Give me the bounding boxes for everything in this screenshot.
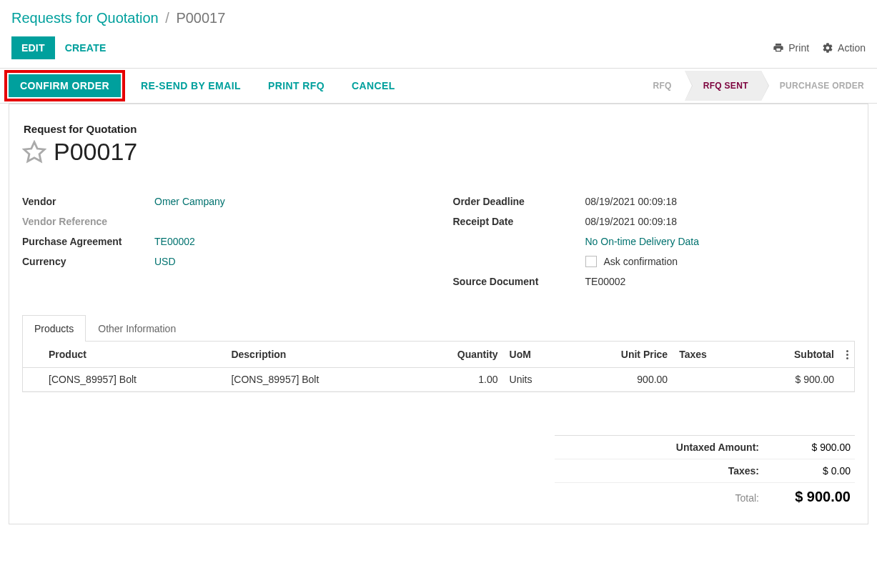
print-menu[interactable]: Print bbox=[773, 42, 809, 54]
resend-email-button[interactable]: RE-SEND BY EMAIL bbox=[129, 74, 252, 97]
cell-product: [CONS_89957] Bolt bbox=[43, 368, 225, 392]
table-row[interactable]: [CONS_89957] Bolt [CONS_89957] Bolt 1.00… bbox=[23, 368, 854, 392]
taxes-total-label: Taxes: bbox=[728, 465, 759, 477]
untaxed-amount-value: $ 900.00 bbox=[786, 442, 851, 453]
statusbar: CONFIRM ORDER RE-SEND BY EMAIL PRINT RFQ… bbox=[0, 68, 877, 104]
breadcrumb: Requests for Quotation / P00017 bbox=[0, 0, 877, 32]
form-sheet: Request for Quotation P00017 Vendor Omer… bbox=[9, 104, 868, 524]
products-table-wrap: Product Description Quantity UoM Unit Pr… bbox=[22, 342, 855, 392]
star-icon[interactable] bbox=[22, 140, 46, 164]
receipt-date-label: Receipt Date bbox=[453, 216, 585, 227]
tab-other-information[interactable]: Other Information bbox=[86, 315, 188, 342]
col-subtotal[interactable]: Subtotal bbox=[745, 342, 840, 368]
col-description[interactable]: Description bbox=[225, 342, 407, 368]
cell-description: [CONS_89957] Bolt bbox=[225, 368, 407, 392]
sheet-subtitle: Request for Quotation bbox=[22, 123, 855, 135]
totals: Untaxed Amount: $ 900.00 Taxes: $ 0.00 T… bbox=[22, 435, 855, 511]
action-label: Action bbox=[838, 42, 866, 54]
vendor-value[interactable]: Omer Campany bbox=[154, 196, 225, 207]
col-uom[interactable]: UoM bbox=[504, 342, 567, 368]
cell-uom: Units bbox=[504, 368, 567, 392]
col-quantity[interactable]: Quantity bbox=[408, 342, 504, 368]
untaxed-amount-label: Untaxed Amount: bbox=[676, 442, 759, 453]
top-actions: EDIT CREATE Print Action bbox=[0, 32, 877, 68]
cancel-button[interactable]: CANCEL bbox=[340, 74, 407, 97]
gear-icon bbox=[822, 42, 833, 54]
kebab-icon[interactable] bbox=[846, 350, 848, 359]
vendor-label: Vendor bbox=[22, 196, 154, 207]
breadcrumb-current: P00017 bbox=[176, 10, 225, 26]
source-document-label: Source Document bbox=[453, 276, 585, 287]
cell-qty: 1.00 bbox=[408, 368, 504, 392]
tabs: Products Other Information bbox=[22, 314, 855, 342]
ask-confirmation-label: Ask confirmation bbox=[604, 256, 678, 267]
print-icon bbox=[773, 42, 784, 54]
no-ontime-delivery[interactable]: No On-time Delivery Data bbox=[585, 236, 700, 247]
stage-purchase-order[interactable]: PURCHASE ORDER bbox=[761, 71, 877, 101]
edit-button[interactable]: EDIT bbox=[11, 36, 55, 59]
total-label: Total: bbox=[735, 492, 759, 504]
source-document-value: TE00002 bbox=[585, 276, 626, 287]
create-button[interactable]: CREATE bbox=[55, 36, 117, 59]
col-product[interactable]: Product bbox=[43, 342, 225, 368]
confirm-order-button[interactable]: CONFIRM ORDER bbox=[9, 74, 121, 97]
col-taxes[interactable]: Taxes bbox=[673, 342, 745, 368]
purchase-agreement-value[interactable]: TE00002 bbox=[154, 236, 195, 247]
sheet-title: P00017 bbox=[54, 138, 137, 166]
col-unit-price[interactable]: Unit Price bbox=[567, 342, 674, 368]
purchase-agreement-label: Purchase Agreement bbox=[22, 236, 154, 247]
receipt-date-value: 08/19/2021 00:09:18 bbox=[585, 216, 677, 227]
highlight-box: CONFIRM ORDER bbox=[4, 70, 125, 101]
order-deadline-label: Order Deadline bbox=[453, 196, 585, 207]
svg-marker-0 bbox=[24, 141, 44, 161]
cell-subtotal: $ 900.00 bbox=[745, 368, 840, 392]
vendor-ref-label: Vendor Reference bbox=[22, 216, 154, 227]
action-menu[interactable]: Action bbox=[822, 42, 866, 54]
cell-taxes bbox=[673, 368, 745, 392]
stage-rfq[interactable]: RFQ bbox=[634, 71, 684, 101]
print-label: Print bbox=[788, 42, 809, 54]
currency-value[interactable]: USD bbox=[154, 256, 176, 267]
order-deadline-value: 08/19/2021 00:09:18 bbox=[585, 196, 677, 207]
print-rfq-button[interactable]: PRINT RFQ bbox=[257, 74, 336, 97]
tab-products[interactable]: Products bbox=[22, 315, 86, 342]
ask-confirmation-checkbox[interactable] bbox=[585, 256, 597, 267]
currency-label: Currency bbox=[22, 256, 154, 267]
breadcrumb-sep: / bbox=[165, 10, 169, 26]
products-table: Product Description Quantity UoM Unit Pr… bbox=[23, 342, 854, 392]
breadcrumb-parent[interactable]: Requests for Quotation bbox=[11, 10, 159, 26]
stage-rfq-sent[interactable]: RFQ SENT bbox=[685, 71, 761, 101]
total-value: $ 900.00 bbox=[786, 489, 851, 505]
cell-unit-price: 900.00 bbox=[567, 368, 674, 392]
taxes-total-value: $ 0.00 bbox=[786, 465, 851, 477]
